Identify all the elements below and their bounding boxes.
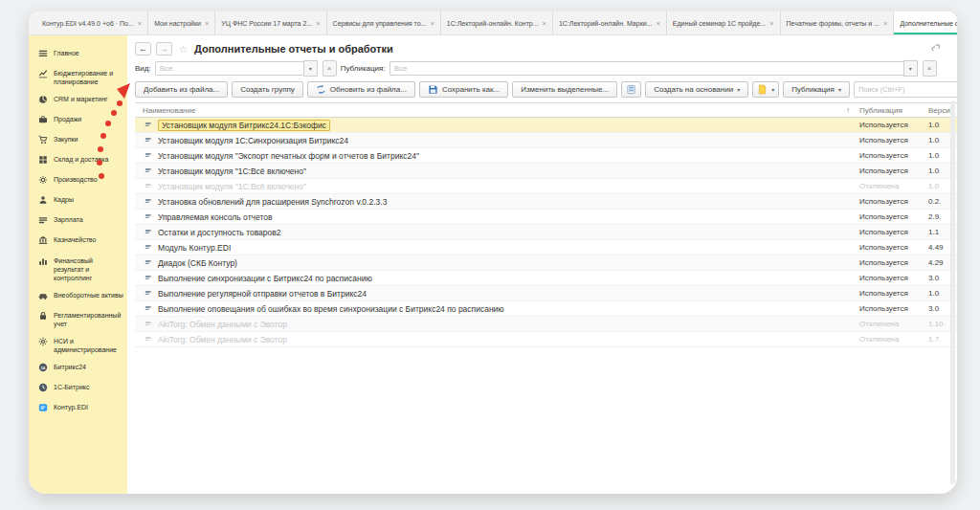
create-group-button[interactable]: Создать группу bbox=[232, 81, 303, 98]
table-row[interactable]: Установщик модуля "Экспорт печатных форм… bbox=[135, 148, 957, 164]
tab-9[interactable]: Дополнительные отч... bbox=[894, 11, 957, 34]
row-name: Установщик модуля Битрикс24.1С:Бэкофис bbox=[158, 120, 330, 131]
vid-dropdown-icon[interactable]: ▾ bbox=[303, 60, 318, 77]
favorite-star-icon[interactable]: ☆ bbox=[179, 44, 188, 55]
vertical-scrollbar[interactable] bbox=[950, 100, 955, 484]
column-name[interactable]: Наименование bbox=[135, 106, 846, 115]
tab-2[interactable]: Мои настройки× bbox=[148, 11, 215, 34]
tab-close-icon[interactable]: × bbox=[656, 19, 659, 28]
sidebar-item-6[interactable]: Склад и доставка bbox=[29, 151, 127, 171]
new-document-menu-button[interactable]: ▾ bbox=[752, 81, 779, 98]
sidebar-item-7[interactable]: Производство bbox=[29, 171, 127, 191]
table-row[interactable]: Установщик модуля Битрикс24.1С:БэкофисИс… bbox=[135, 118, 957, 133]
row-name-cell: Остатки и доступность товаров2 bbox=[135, 228, 859, 237]
table-header[interactable]: Наименование ↑ Публикация Версия bbox=[135, 103, 957, 118]
table-row[interactable]: Выполнение регулярной отправки отчетов в… bbox=[135, 286, 957, 301]
tab-5[interactable]: 1С:Лекторий-онлайн. Контр...× bbox=[441, 11, 553, 34]
sidebar-item-17[interactable]: Контур.EDI bbox=[29, 399, 127, 419]
sidebar-item-16[interactable]: 1С-Битрикс bbox=[29, 379, 127, 399]
row-publication: Используется bbox=[859, 274, 928, 282]
sales-briefcase-icon bbox=[38, 115, 48, 126]
tab-4[interactable]: Сервисы для управления то...× bbox=[327, 11, 441, 34]
sidebar-item-2[interactable]: Бюджетирование и планирование bbox=[29, 64, 127, 90]
tab-3[interactable]: УЦ ФНС России 17 марта 2...× bbox=[215, 11, 326, 34]
forward-button[interactable]: → bbox=[156, 42, 172, 55]
sidebar-item-3[interactable]: CRM и маркетинг bbox=[29, 90, 127, 110]
vid-filter-input[interactable] bbox=[155, 61, 303, 76]
row-publication: Отключена bbox=[859, 320, 928, 328]
related-links-icon[interactable] bbox=[930, 40, 942, 57]
table-row[interactable]: Установщик модуля 1С:Синхронизация Битри… bbox=[135, 133, 957, 148]
edit-selected-button[interactable]: Изменить выделенные... bbox=[512, 81, 617, 98]
list-settings-button[interactable] bbox=[621, 81, 641, 98]
purchases-cart-icon bbox=[38, 135, 48, 146]
table-row[interactable]: AkiTorg: Обмен данными с ЭвоторОтключена… bbox=[135, 332, 957, 347]
table-row[interactable]: Выполнение оповещания об ошибках во врем… bbox=[135, 301, 957, 317]
sidebar-item-15[interactable]: 24Битрикс24 bbox=[29, 359, 127, 379]
processing-item-icon bbox=[145, 335, 153, 344]
sidebar-item-12[interactable]: Внеоборотные активы bbox=[29, 286, 127, 306]
table-row[interactable]: Установщик модуля "1С:Всё включено"Испол… bbox=[135, 164, 957, 179]
tab-close-icon[interactable]: × bbox=[138, 19, 142, 28]
sidebar-item-10[interactable]: Казначейство bbox=[29, 232, 127, 252]
table-row[interactable]: AkiTorg: Обмен данными с ЭвоторОтключена… bbox=[135, 317, 957, 332]
tab-label: Сервисы для управления то... bbox=[333, 20, 427, 27]
sidebar-item-8[interactable]: Кадры bbox=[29, 191, 127, 211]
save-as-button[interactable]: Сохранить как... bbox=[419, 81, 508, 98]
create-based-on-button[interactable]: Создать на основании▾ bbox=[645, 81, 748, 98]
row-name: Установка обновлений для расширения Sync… bbox=[158, 197, 387, 207]
row-publication: Используется bbox=[859, 228, 928, 236]
table-row[interactable]: Выполнение синхронизации с Битрикс24 по … bbox=[135, 271, 957, 286]
tab-close-icon[interactable]: × bbox=[543, 19, 546, 28]
sidebar-item-label: Бюджетирование и планирование bbox=[54, 69, 123, 86]
search-input[interactable] bbox=[855, 85, 957, 94]
sidebar-item-label: Регламентированный учет bbox=[54, 311, 123, 328]
update-from-file-button[interactable]: Обновить из файла... bbox=[307, 81, 415, 98]
tab-close-icon[interactable]: × bbox=[883, 19, 887, 28]
tab-close-icon[interactable]: × bbox=[769, 19, 773, 28]
table-row[interactable]: Модуль Контур.EDIИспользуется4.49 bbox=[135, 240, 957, 255]
tab-7[interactable]: Единый семинар 1С пройде...× bbox=[667, 11, 781, 34]
sidebar-item-14[interactable]: НСИ и администрирование bbox=[29, 333, 127, 359]
pub-clear-button[interactable]: × bbox=[923, 60, 937, 77]
back-button[interactable]: ← bbox=[135, 42, 151, 55]
row-publication: Используется bbox=[859, 166, 928, 175]
tab-close-icon[interactable]: × bbox=[316, 19, 320, 28]
tab-label: Контур.EDI v4.49.0 +о6 · По... bbox=[42, 20, 134, 27]
filter-row: Вид: ▾ × Публикация: ▾ × bbox=[135, 58, 957, 78]
regulated-lock-icon bbox=[38, 311, 48, 322]
row-name-cell: Установщик модуля "Экспорт печатных форм… bbox=[135, 151, 859, 161]
tab-8[interactable]: Печатные формы, отчеты и ...× bbox=[781, 11, 895, 34]
table-row[interactable]: Диадок (СКБ Контур)Используется4.29 bbox=[135, 255, 957, 271]
column-publication[interactable]: Публикация bbox=[859, 106, 928, 115]
table-row[interactable]: Остатки и доступность товаров2Использует… bbox=[135, 225, 957, 240]
table-row[interactable]: Управляемая консоль отчетовИспользуется2… bbox=[135, 210, 957, 225]
table-row[interactable]: Установщик модуля "1С:Всё включено"Отклю… bbox=[135, 179, 957, 194]
button-label: Добавить из файла... bbox=[144, 85, 219, 94]
row-publication: Используется bbox=[859, 243, 928, 252]
add-from-file-button[interactable]: Добавить из файла... bbox=[135, 81, 228, 98]
tab-6[interactable]: 1С:Лекторий-онлайн. Марки...× bbox=[553, 11, 667, 34]
sidebar-item-label: Контур.EDI bbox=[54, 403, 88, 411]
pub-filter-combo: ▾ bbox=[390, 60, 918, 77]
tab-1[interactable]: Контур.EDI v4.49.0 +о6 · По...× bbox=[36, 11, 148, 34]
button-label: Создать группу bbox=[240, 85, 295, 94]
tab-close-icon[interactable]: × bbox=[205, 19, 209, 28]
tab-close-icon[interactable]: × bbox=[430, 19, 434, 28]
table-row[interactable]: Установка обновлений для расширения Sync… bbox=[135, 194, 957, 210]
sidebar-item-5[interactable]: Закупки bbox=[29, 130, 127, 150]
sidebar-item-9[interactable]: Зарплата bbox=[29, 211, 127, 232]
row-publication: Используется bbox=[859, 258, 928, 267]
tab-label: 1С:Лекторий-онлайн. Марки... bbox=[559, 20, 653, 27]
pub-filter-input[interactable] bbox=[390, 61, 903, 76]
sidebar-item-1[interactable]: Главное bbox=[29, 44, 127, 64]
sidebar-item-11[interactable]: Финансовый результат и контроллинг bbox=[29, 252, 127, 286]
sidebar-item-4[interactable]: Продажи bbox=[29, 110, 127, 130]
processing-item-icon bbox=[145, 212, 153, 221]
sidebar-item-label: Казначейство bbox=[54, 235, 96, 244]
sidebar-item-label: Финансовый результат и контроллинг bbox=[54, 256, 123, 282]
publication-menu-button[interactable]: Публикация▾ bbox=[783, 81, 850, 98]
vid-clear-button[interactable]: × bbox=[323, 60, 337, 77]
pub-dropdown-icon[interactable]: ▾ bbox=[903, 60, 918, 77]
sidebar-item-13[interactable]: Регламентированный учет bbox=[29, 306, 127, 332]
